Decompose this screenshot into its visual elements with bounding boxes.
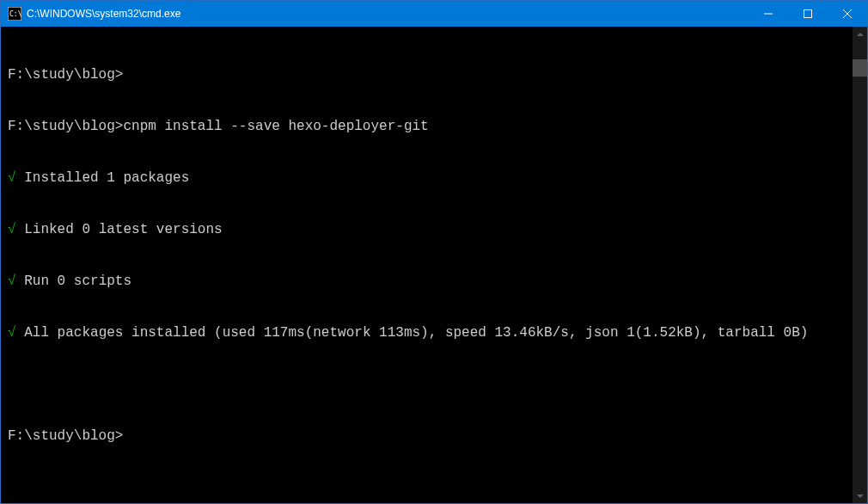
- cmd-window: C:\ C:\WINDOWS\system32\cmd.exe F:\study…: [0, 0, 868, 504]
- terminal-output[interactable]: F:\study\blog> F:\study\blog>cnpm instal…: [1, 27, 853, 503]
- maximize-button[interactable]: [788, 1, 828, 27]
- scroll-up-button[interactable]: [853, 27, 867, 41]
- close-button[interactable]: [828, 1, 867, 27]
- window-title: C:\WINDOWS\system32\cmd.exe: [27, 8, 749, 20]
- output-text: Installed 1 packages: [16, 170, 190, 186]
- prompt-text: F:\study\blog>: [8, 428, 123, 444]
- check-icon: √: [8, 325, 16, 341]
- output-text: Linked 0 latest versions: [16, 222, 223, 237]
- output-text: All packages installed (used 117ms(netwo…: [16, 325, 809, 341]
- vertical-scrollbar[interactable]: [853, 27, 867, 503]
- output-text: Run 0 scripts: [16, 274, 131, 289]
- svg-text:C:\: C:\: [9, 10, 21, 18]
- prompt-line: F:\study\blog>: [8, 66, 853, 83]
- check-icon: √: [8, 222, 16, 237]
- check-icon: √: [8, 170, 16, 186]
- blank-line: [8, 376, 853, 393]
- svg-rect-3: [804, 10, 812, 18]
- prompt-line: F:\study\blog>: [8, 427, 853, 445]
- scroll-thumb[interactable]: [853, 59, 867, 77]
- output-line: √ Run 0 scripts: [8, 273, 853, 290]
- output-line: √ All packages installed (used 117ms(net…: [8, 324, 853, 341]
- cmd-icon: C:\: [8, 7, 21, 21]
- minimize-button[interactable]: [749, 1, 788, 27]
- terminal-body: F:\study\blog> F:\study\blog>cnpm instal…: [1, 27, 867, 503]
- output-line: √ Linked 0 latest versions: [8, 221, 853, 238]
- command-text: cnpm install --save hexo-deployer-git: [123, 119, 428, 134]
- prompt-line: F:\study\blog>cnpm install --save hexo-d…: [8, 118, 853, 135]
- output-line: √ Installed 1 packages: [8, 169, 853, 187]
- svg-marker-6: [857, 33, 864, 36]
- scroll-down-button[interactable]: [853, 489, 867, 503]
- check-icon: √: [8, 274, 16, 289]
- titlebar[interactable]: C:\ C:\WINDOWS\system32\cmd.exe: [1, 1, 867, 27]
- prompt-text: F:\study\blog>: [8, 119, 123, 134]
- prompt-text: F:\study\blog>: [8, 67, 123, 83]
- svg-marker-7: [857, 495, 864, 498]
- window-controls: [749, 1, 867, 27]
